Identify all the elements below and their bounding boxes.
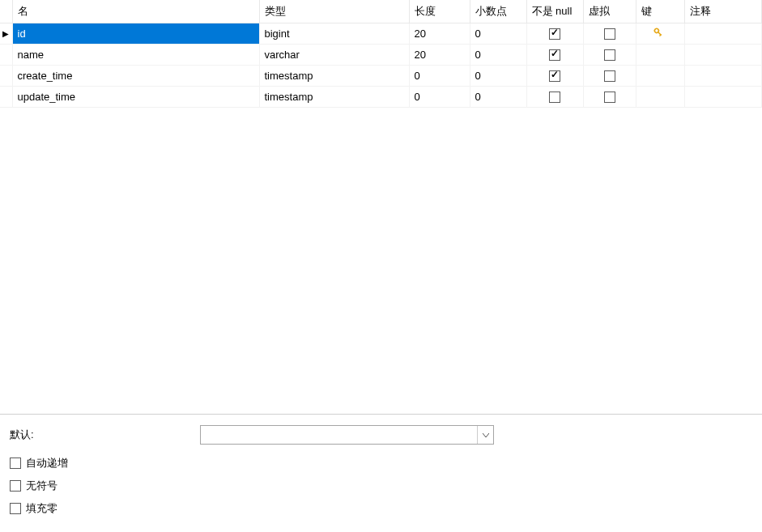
cell-key[interactable] bbox=[636, 66, 684, 87]
notnull-checkbox[interactable] bbox=[549, 70, 560, 82]
cell-type[interactable]: bigint bbox=[259, 23, 409, 45]
cell-virtual[interactable] bbox=[583, 87, 636, 108]
cell-comment[interactable] bbox=[684, 23, 762, 45]
cell-length[interactable]: 0 bbox=[409, 87, 470, 108]
cell-decimal[interactable]: 0 bbox=[470, 23, 526, 45]
cell-key[interactable]: 1 bbox=[636, 23, 684, 45]
notnull-checkbox[interactable] bbox=[549, 49, 560, 61]
default-select[interactable] bbox=[200, 425, 494, 445]
header-comment[interactable]: 注释 bbox=[684, 0, 762, 23]
cell-notnull[interactable] bbox=[526, 66, 583, 87]
header-notnull[interactable]: 不是 null bbox=[526, 0, 583, 23]
cell-type[interactable]: varchar bbox=[259, 45, 409, 66]
zerofill-row[interactable]: 填充零 bbox=[10, 501, 752, 516]
virtual-checkbox[interactable] bbox=[604, 28, 615, 40]
cell-length[interactable]: 0 bbox=[409, 66, 470, 87]
fields-table: 名 类型 长度 小数点 不是 null 虚拟 键 注释 ▶idbigint200… bbox=[0, 0, 762, 108]
default-select-wrapper bbox=[200, 425, 494, 445]
virtual-checkbox[interactable] bbox=[604, 49, 615, 61]
table-row[interactable]: update_timetimestamp00 bbox=[0, 87, 762, 108]
cell-notnull[interactable] bbox=[526, 87, 583, 108]
zerofill-label: 填充零 bbox=[26, 501, 57, 516]
cell-decimal[interactable]: 0 bbox=[470, 66, 526, 87]
key-number: 1 bbox=[666, 28, 671, 40]
cell-key[interactable] bbox=[636, 87, 684, 108]
header-type[interactable]: 类型 bbox=[259, 0, 409, 23]
cell-comment[interactable] bbox=[684, 45, 762, 66]
field-properties-panel: 默认: 自动递增 无符号 填充零 bbox=[0, 414, 762, 532]
row-marker bbox=[0, 66, 12, 87]
default-label: 默认: bbox=[10, 428, 200, 442]
unsigned-row[interactable]: 无符号 bbox=[10, 479, 752, 493]
row-marker: ▶ bbox=[0, 23, 12, 45]
zerofill-checkbox[interactable] bbox=[10, 503, 21, 514]
cell-key[interactable] bbox=[636, 45, 684, 66]
virtual-checkbox[interactable] bbox=[604, 92, 615, 103]
cell-name[interactable]: update_time bbox=[12, 87, 259, 108]
cell-name[interactable]: id bbox=[12, 23, 259, 45]
cell-type[interactable]: timestamp bbox=[259, 87, 409, 108]
row-marker bbox=[0, 45, 12, 66]
cell-notnull[interactable] bbox=[526, 23, 583, 45]
header-decimal[interactable]: 小数点 bbox=[470, 0, 526, 23]
table-row[interactable]: ▶idbigint2001 bbox=[0, 23, 762, 45]
default-row: 默认: bbox=[10, 425, 752, 445]
header-name[interactable]: 名 bbox=[12, 0, 259, 23]
triangle-right-icon: ▶ bbox=[2, 29, 9, 38]
table-row[interactable]: create_timetimestamp00 bbox=[0, 66, 762, 87]
auto-increment-row[interactable]: 自动递增 bbox=[10, 456, 752, 470]
fields-table-container: 名 类型 长度 小数点 不是 null 虚拟 键 注释 ▶idbigint200… bbox=[0, 0, 762, 414]
cell-decimal[interactable]: 0 bbox=[470, 45, 526, 66]
header-length[interactable]: 长度 bbox=[409, 0, 470, 23]
cell-comment[interactable] bbox=[684, 87, 762, 108]
header-key[interactable]: 键 bbox=[636, 0, 684, 23]
cell-notnull[interactable] bbox=[526, 45, 583, 66]
cell-length[interactable]: 20 bbox=[409, 45, 470, 66]
virtual-checkbox[interactable] bbox=[604, 70, 615, 82]
row-marker bbox=[0, 87, 12, 108]
cell-virtual[interactable] bbox=[583, 23, 636, 45]
cell-length[interactable]: 20 bbox=[409, 23, 470, 45]
cell-type[interactable]: timestamp bbox=[259, 66, 409, 87]
unsigned-checkbox[interactable] bbox=[10, 480, 21, 492]
auto-increment-label: 自动递增 bbox=[26, 456, 68, 470]
cell-name[interactable]: create_time bbox=[12, 66, 259, 87]
cell-comment[interactable] bbox=[684, 66, 762, 87]
table-header-row: 名 类型 长度 小数点 不是 null 虚拟 键 注释 bbox=[0, 0, 762, 23]
unsigned-label: 无符号 bbox=[26, 479, 57, 493]
cell-virtual[interactable] bbox=[583, 66, 636, 87]
cell-decimal[interactable]: 0 bbox=[470, 87, 526, 108]
cell-virtual[interactable] bbox=[583, 45, 636, 66]
header-virtual[interactable]: 虚拟 bbox=[583, 0, 636, 23]
header-marker bbox=[0, 0, 12, 23]
cell-name[interactable]: name bbox=[12, 45, 259, 66]
notnull-checkbox[interactable] bbox=[549, 92, 560, 103]
table-row[interactable]: namevarchar200 bbox=[0, 45, 762, 66]
key-icon bbox=[653, 27, 664, 40]
notnull-checkbox[interactable] bbox=[549, 28, 560, 40]
auto-increment-checkbox[interactable] bbox=[10, 458, 21, 469]
